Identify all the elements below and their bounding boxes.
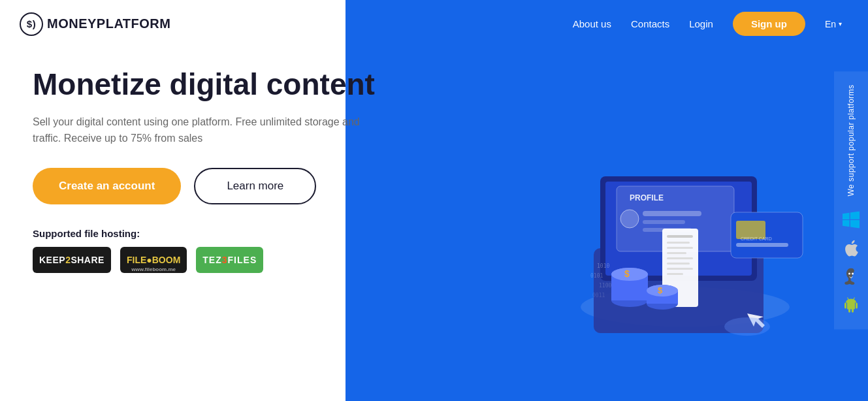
nav-about[interactable]: About us	[573, 18, 611, 29]
svg-text:1010: 1010	[597, 263, 609, 269]
header: $) MONEYPLATFORM About us Contacts Login…	[0, 0, 868, 48]
keep2share-logo: KEEP2SHARE	[33, 247, 111, 273]
learn-more-button[interactable]: Learn more	[194, 168, 316, 204]
linux-icon	[841, 267, 861, 288]
chevron-down-icon: ▾	[839, 20, 842, 27]
hosting-label: Supported file hosting:	[33, 228, 425, 239]
svg-text:CREDIT CARD: CREDIT CARD	[741, 236, 772, 241]
svg-rect-14	[667, 252, 686, 254]
svg-text:PROFILE: PROFILE	[630, 193, 664, 202]
hosting-logos: KEEP2SHARE FILE●BOOM www.fileboom.me TEZ…	[33, 247, 425, 273]
hosting-section: Supported file hosting: KEEP2SHARE FILE●…	[33, 228, 425, 273]
svg-point-29	[611, 268, 648, 281]
fileboom-logo: FILE●BOOM www.fileboom.me	[120, 247, 187, 273]
svg-text:0011: 0011	[592, 293, 605, 298]
nav-login[interactable]: Login	[689, 18, 713, 29]
svg-point-43	[848, 273, 850, 275]
svg-point-44	[852, 273, 854, 275]
tezfiles-logo: TEZ3FILES	[196, 247, 263, 273]
svg-text:$: $	[658, 285, 663, 295]
logo-icon: $)	[20, 12, 43, 36]
create-account-button[interactable]: Create an account	[33, 168, 181, 204]
main-nav: About us Contacts Login Sign up En ▾	[573, 12, 842, 36]
side-panel: We support popular platforms	[834, 71, 868, 329]
svg-rect-18	[667, 273, 683, 275]
svg-point-6	[620, 210, 639, 228]
svg-rect-12	[667, 242, 690, 244]
lang-label: En	[825, 19, 836, 29]
svg-rect-8	[643, 220, 685, 224]
hero-headline: Monetize digital content	[33, 67, 425, 102]
svg-text:1100: 1100	[599, 283, 611, 289]
svg-rect-7	[643, 211, 701, 216]
logo-text: MONEYPLATFORM	[47, 16, 170, 31]
svg-rect-21	[736, 243, 788, 247]
svg-rect-16	[667, 263, 690, 265]
svg-text:$: $	[624, 268, 630, 279]
svg-point-38	[724, 317, 770, 336]
hero-illustration: PROFILE CREDIT CARD $	[522, 46, 848, 372]
hero-subtext: Sell your digital content using one plat…	[33, 114, 372, 147]
language-selector[interactable]: En ▾	[825, 19, 842, 29]
windows-icon	[841, 210, 861, 231]
side-panel-label: We support popular platforms	[846, 84, 856, 196]
svg-rect-11	[667, 235, 693, 238]
nav-contacts[interactable]: Contacts	[631, 18, 669, 29]
logo: $) MONEYPLATFORM	[20, 12, 170, 36]
svg-rect-17	[667, 268, 693, 270]
svg-text:0101: 0101	[590, 273, 603, 279]
android-icon	[841, 296, 861, 317]
signup-button[interactable]: Sign up	[733, 12, 805, 36]
hero-content: Monetize digital content Sell your digit…	[0, 48, 457, 273]
apple-icon	[841, 238, 861, 259]
svg-rect-13	[667, 247, 693, 249]
svg-rect-15	[667, 257, 693, 259]
cta-buttons: Create an account Learn more	[33, 168, 425, 204]
